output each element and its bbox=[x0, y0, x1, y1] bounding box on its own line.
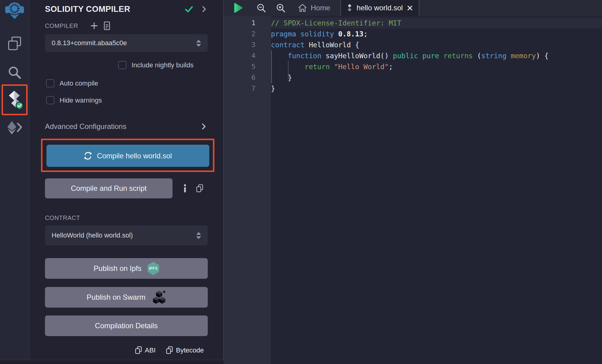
code-lines-wrap[interactable]: // SPDX-License-Identifier: MITpragma so… bbox=[271, 16, 602, 364]
panel-title: SOLIDITY COMPILER bbox=[45, 5, 184, 14]
swarm-icon bbox=[152, 290, 166, 304]
compiler-label-row: COMPILER bbox=[45, 21, 208, 30]
solidity-compiler-icon[interactable] bbox=[6, 90, 23, 110]
line-number: 1 bbox=[224, 18, 271, 29]
chevron-right-icon bbox=[200, 123, 208, 130]
contract-select-value: HelloWorld (hello world.sol) bbox=[52, 231, 196, 239]
compile-button[interactable]: Compile hello world.sol bbox=[46, 145, 209, 167]
refresh-icon bbox=[84, 152, 92, 160]
code-line: pragma solidity 0.8.13; bbox=[271, 29, 602, 39]
auto-compile-checkbox-row[interactable]: Auto compile bbox=[46, 79, 208, 87]
add-compiler-icon[interactable] bbox=[90, 22, 98, 30]
copy-icon bbox=[135, 346, 142, 354]
tab-label: hello world.sol bbox=[357, 4, 403, 12]
editor-area: Home hello world.sol 1234567 // bbox=[224, 0, 602, 364]
line-number: 6 bbox=[224, 72, 271, 83]
advanced-configurations-label: Advanced Configurations bbox=[45, 122, 200, 131]
code-line: // SPDX-License-Identifier: MIT bbox=[271, 18, 602, 29]
compiler-version-value: 0.8.13+commit.abaa5c0e bbox=[52, 39, 196, 47]
compile-button-label: Compile hello world.sol bbox=[97, 152, 172, 160]
line-number: 4 bbox=[224, 50, 271, 61]
code-line: return "Hello World"; bbox=[271, 61, 602, 72]
select-carets-icon bbox=[196, 40, 201, 47]
panel-bottom-strip bbox=[0, 360, 224, 364]
code-line: function sayHelloWorld() public pure ret… bbox=[271, 50, 602, 61]
solidity-file-icon bbox=[347, 4, 353, 12]
publish-swarm-label: Publish on Swarm bbox=[87, 293, 145, 302]
bytecode-label: Bytecode bbox=[176, 346, 204, 354]
copy-icon[interactable] bbox=[196, 184, 204, 193]
icon-sidebar bbox=[0, 0, 29, 364]
compile-and-run-label: Compile and Run script bbox=[71, 184, 146, 193]
compile-success-check-icon bbox=[184, 4, 194, 14]
home-icon bbox=[298, 3, 307, 13]
line-number: 7 bbox=[224, 83, 271, 94]
remix-logo-icon[interactable] bbox=[5, 2, 24, 20]
tab-home-label: Home bbox=[311, 4, 330, 12]
auto-compile-label[interactable]: Auto compile bbox=[60, 79, 98, 87]
hide-warnings-checkbox[interactable] bbox=[46, 96, 54, 104]
compile-and-run-button[interactable]: Compile and Run script bbox=[45, 178, 173, 198]
abi-bytecode-row: ABI Bytecode bbox=[45, 346, 208, 354]
copy-icon bbox=[166, 346, 173, 354]
nightly-builds-checkbox[interactable] bbox=[118, 61, 126, 69]
code-editor[interactable]: 1234567 // SPDX-License-Identifier: MITp… bbox=[224, 16, 602, 364]
search-icon[interactable] bbox=[8, 66, 22, 79]
compile-and-run-row: Compile and Run script bbox=[45, 178, 208, 198]
code-line: } bbox=[271, 83, 602, 94]
zoom-in-icon[interactable] bbox=[276, 3, 286, 13]
copy-bytecode-button[interactable]: Bytecode bbox=[166, 346, 204, 354]
zoom-out-icon[interactable] bbox=[256, 3, 266, 13]
compilation-details-button[interactable]: Compilation Details bbox=[45, 315, 208, 336]
nightly-builds-label[interactable]: Include nightly builds bbox=[132, 61, 193, 69]
contract-select[interactable]: HelloWorld (hello world.sol) bbox=[45, 225, 208, 245]
advanced-configurations-row[interactable]: Advanced Configurations bbox=[45, 122, 208, 131]
highlight-box-compiler-icon bbox=[2, 84, 28, 115]
code-lines: // SPDX-License-Identifier: MITpragma so… bbox=[271, 18, 602, 94]
copy-abi-button[interactable]: ABI bbox=[135, 346, 156, 354]
code-line: } bbox=[271, 72, 602, 83]
publish-ipfs-button[interactable]: Publish on Ipfs IPFS bbox=[45, 258, 208, 279]
run-script-play-icon[interactable] bbox=[234, 3, 243, 13]
file-explorer-icon[interactable] bbox=[7, 36, 22, 51]
solidity-compiler-panel: SOLIDITY COMPILER COMPILER 0.8.13+comm bbox=[29, 0, 224, 364]
line-numbers: 1234567 bbox=[224, 16, 271, 364]
close-tab-icon[interactable] bbox=[407, 5, 413, 11]
compiler-version-select[interactable]: 0.8.13+commit.abaa5c0e bbox=[45, 34, 208, 52]
chevron-right-icon[interactable] bbox=[200, 5, 208, 13]
compilation-details-label: Compilation Details bbox=[95, 322, 158, 330]
select-carets-icon bbox=[196, 232, 201, 239]
hide-warnings-label[interactable]: Hide warnings bbox=[60, 96, 102, 104]
compiled-check-badge bbox=[16, 102, 23, 109]
line-number: 5 bbox=[224, 61, 271, 72]
auto-compile-checkbox[interactable] bbox=[46, 79, 54, 87]
editor-tabbar: Home hello world.sol bbox=[224, 0, 602, 16]
highlight-box-compile-button: Compile hello world.sol bbox=[41, 139, 214, 172]
contract-label: CONTRACT bbox=[45, 214, 208, 221]
line-number: 3 bbox=[224, 39, 271, 50]
tab-hello-world-sol[interactable]: hello world.sol bbox=[340, 0, 419, 16]
publish-swarm-button[interactable]: Publish on Swarm bbox=[45, 287, 208, 308]
line-number: 2 bbox=[224, 29, 271, 39]
code-line: contract HelloWorld { bbox=[271, 39, 602, 50]
info-icon[interactable] bbox=[182, 184, 188, 193]
nightly-builds-checkbox-row[interactable]: Include nightly builds bbox=[118, 61, 208, 69]
config-file-icon[interactable] bbox=[103, 21, 111, 30]
deploy-and-run-icon[interactable] bbox=[7, 120, 22, 135]
ipfs-icon: IPFS bbox=[148, 262, 159, 275]
compiler-label: COMPILER bbox=[45, 22, 78, 29]
tab-home[interactable]: Home bbox=[294, 0, 334, 16]
publish-ipfs-label: Publish on Ipfs bbox=[94, 264, 141, 273]
remix-ide-window: SOLIDITY COMPILER COMPILER 0.8.13+comm bbox=[0, 0, 602, 364]
abi-label: ABI bbox=[145, 346, 156, 354]
panel-header: SOLIDITY COMPILER bbox=[45, 4, 208, 14]
hide-warnings-checkbox-row[interactable]: Hide warnings bbox=[46, 96, 208, 104]
